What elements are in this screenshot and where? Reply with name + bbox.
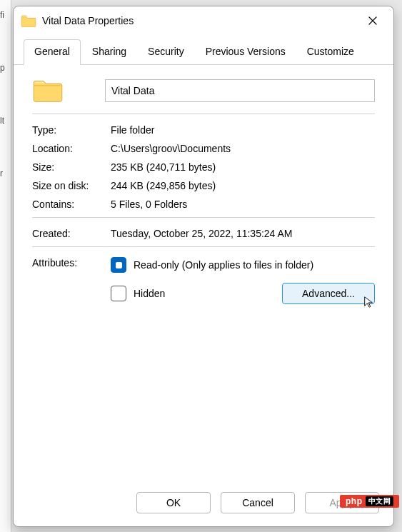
cursor-icon [363, 296, 376, 312]
close-button[interactable] [356, 9, 389, 32]
folder-icon [21, 14, 36, 27]
background-window-edge: fi p lt r [0, 0, 11, 532]
titlebar: Vital Data Properties [14, 6, 393, 35]
cancel-button[interactable]: Cancel [221, 492, 295, 513]
tab-label: Sharing [92, 46, 126, 57]
tab-label: General [34, 46, 70, 57]
separator [32, 114, 375, 114]
separator [32, 217, 375, 218]
hidden-label: Hidden [134, 288, 165, 299]
value-contains: 5 Files, 0 Folders [111, 199, 375, 210]
separator [32, 246, 375, 247]
value-size: 235 KB (240,711 bytes) [111, 161, 375, 173]
label-created: Created: [32, 228, 111, 239]
value-type: File folder [111, 124, 375, 136]
tab-previous-versions[interactable]: Previous Versions [196, 40, 296, 64]
watermark-badge: php 中文网 [340, 495, 399, 508]
tab-panel-general: Type: File folder Location: C:\Users\gro… [14, 65, 393, 482]
readonly-label: Read-only (Only applies to files in fold… [134, 259, 313, 271]
tab-security[interactable]: Security [138, 40, 194, 64]
tab-strip: General Sharing Security Previous Versio… [14, 39, 393, 65]
tab-label: Previous Versions [206, 46, 286, 57]
label-size: Size: [32, 161, 111, 173]
value-size-on-disk: 244 KB (249,856 bytes) [111, 180, 375, 191]
label-location: Location: [32, 143, 111, 154]
label-attributes: Attributes: [32, 257, 111, 268]
close-icon [368, 16, 377, 25]
hidden-checkbox[interactable] [111, 286, 126, 301]
tab-label: Customize [307, 46, 354, 57]
watermark-brand: php [346, 496, 363, 506]
tab-sharing[interactable]: Sharing [82, 40, 136, 64]
cancel-label: Cancel [242, 497, 273, 508]
ok-label: OK [166, 497, 181, 508]
tab-label: Security [148, 46, 184, 57]
tab-customize[interactable]: Customize [297, 40, 364, 64]
label-size-on-disk: Size on disk: [32, 180, 111, 191]
advanced-button[interactable]: Advanced... [282, 283, 375, 304]
folder-name-input[interactable] [105, 79, 375, 102]
advanced-label: Advanced... [302, 288, 355, 299]
ok-button[interactable]: OK [136, 492, 211, 513]
readonly-checkbox[interactable] [111, 257, 126, 273]
watermark-suffix: 中文网 [366, 496, 394, 506]
tab-general[interactable]: General [24, 39, 81, 65]
label-contains: Contains: [32, 199, 111, 210]
label-type: Type: [32, 124, 111, 136]
properties-dialog: Vital Data Properties General Sharing Se… [13, 6, 394, 527]
folder-large-icon [32, 78, 64, 104]
window-title: Vital Data Properties [42, 15, 356, 26]
value-location: C:\Users\groov\Documents [111, 143, 375, 154]
dialog-button-bar: OK Cancel Apply [14, 482, 393, 526]
value-created: Tuesday, October 25, 2022, 11:35:24 AM [111, 228, 375, 239]
